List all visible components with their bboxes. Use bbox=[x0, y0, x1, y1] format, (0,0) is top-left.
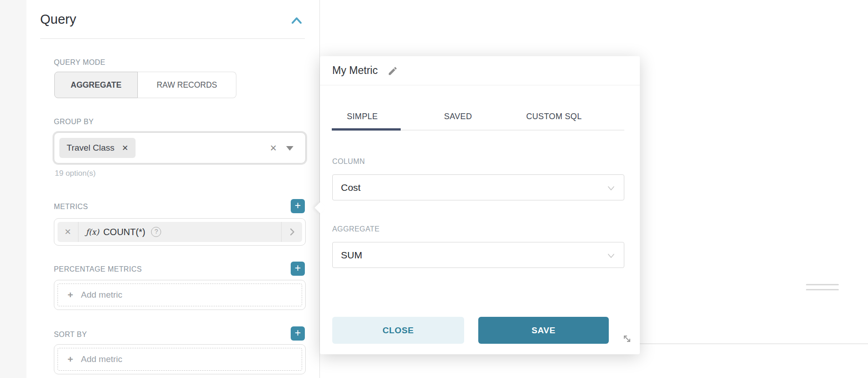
chart-area-divider bbox=[640, 343, 868, 344]
add-metric-placeholder: Add metric bbox=[81, 290, 122, 300]
chevron-down-icon bbox=[606, 183, 617, 194]
group-by-tag-label: Travel Class bbox=[67, 143, 115, 153]
group-by-tag: Travel Class ✕ bbox=[59, 138, 136, 158]
sort-by-add-box[interactable]: + Add metric bbox=[54, 344, 306, 374]
chevron-right-icon bbox=[287, 227, 297, 237]
left-gutter bbox=[0, 0, 26, 378]
metric-popover: My Metric SIMPLE SAVED CUSTOM SQL COLUMN… bbox=[320, 56, 640, 354]
active-tab-underline bbox=[332, 128, 401, 131]
tab-saved[interactable]: SAVED bbox=[444, 112, 472, 121]
metric-expand-chevron[interactable] bbox=[281, 222, 302, 242]
add-percentage-metric-plus-button[interactable]: + bbox=[291, 262, 305, 276]
group-by-select[interactable]: Travel Class ✕ ✕ bbox=[54, 132, 306, 163]
query-mode-label: QUERY MODE bbox=[54, 58, 105, 67]
column-label: COLUMN bbox=[332, 158, 365, 166]
save-button[interactable]: SAVE bbox=[478, 317, 609, 344]
aggregate-select[interactable]: SUM bbox=[332, 242, 624, 268]
metrics-field: ✕ ƒ(x) COUNT(*) ? bbox=[54, 218, 306, 246]
metric-title: My Metric bbox=[332, 64, 378, 77]
metric-name: COUNT(*) bbox=[103, 227, 145, 237]
add-metric-placeholder: Add metric bbox=[81, 354, 122, 364]
group-by-label: GROUP BY bbox=[54, 118, 94, 126]
column-select-value: Cost bbox=[341, 182, 361, 193]
chevron-down-icon bbox=[606, 250, 617, 261]
help-icon: ? bbox=[151, 227, 161, 237]
drag-handle[interactable] bbox=[806, 289, 839, 290]
close-button[interactable]: CLOSE bbox=[332, 317, 464, 344]
column-select[interactable]: Cost bbox=[332, 174, 624, 200]
fx-icon: ƒ(x) bbox=[86, 227, 99, 236]
section-divider bbox=[40, 38, 305, 39]
popover-arrow bbox=[314, 202, 326, 213]
aggregate-label: AGGREGATE bbox=[332, 225, 380, 233]
metric-remove-icon[interactable]: ✕ bbox=[58, 222, 78, 242]
collapse-chevron-icon[interactable] bbox=[290, 16, 303, 26]
aggregate-select-value: SUM bbox=[341, 250, 362, 261]
dropdown-caret-icon[interactable] bbox=[286, 146, 293, 151]
percentage-metrics-label: PERCENTAGE METRICS bbox=[54, 265, 142, 273]
resize-icon[interactable] bbox=[621, 333, 633, 345]
explore-view: Query QUERY MODE AGGREGATE RAW RECORDS G… bbox=[0, 0, 868, 378]
pencil-icon[interactable] bbox=[387, 66, 398, 76]
add-metric-plus-button[interactable]: + bbox=[291, 199, 305, 213]
query-mode-toggle: AGGREGATE RAW RECORDS bbox=[54, 72, 236, 98]
plus-icon: + bbox=[68, 289, 73, 300]
clear-icon[interactable]: ✕ bbox=[270, 143, 277, 153]
percentage-metrics-add-box[interactable]: + Add metric bbox=[54, 280, 306, 310]
metrics-label: METRICS bbox=[54, 203, 88, 211]
metric-pill[interactable]: ✕ ƒ(x) COUNT(*) ? bbox=[58, 222, 302, 242]
tab-bar-line bbox=[401, 130, 624, 131]
query-mode-aggregate-button[interactable]: AGGREGATE bbox=[54, 72, 138, 98]
options-count: 19 option(s) bbox=[55, 169, 96, 178]
drag-handle[interactable] bbox=[806, 284, 839, 285]
add-sort-by-plus-button[interactable]: + bbox=[291, 326, 305, 341]
plus-icon: + bbox=[68, 354, 73, 365]
tab-custom-sql[interactable]: CUSTOM SQL bbox=[526, 112, 582, 121]
tag-remove-icon[interactable]: ✕ bbox=[122, 143, 128, 153]
query-mode-raw-records-button[interactable]: RAW RECORDS bbox=[138, 72, 236, 98]
tab-simple[interactable]: SIMPLE bbox=[347, 112, 378, 121]
query-section-title: Query bbox=[40, 12, 76, 27]
sort-by-label: SORT BY bbox=[54, 331, 87, 339]
popover-header-divider bbox=[320, 85, 640, 85]
